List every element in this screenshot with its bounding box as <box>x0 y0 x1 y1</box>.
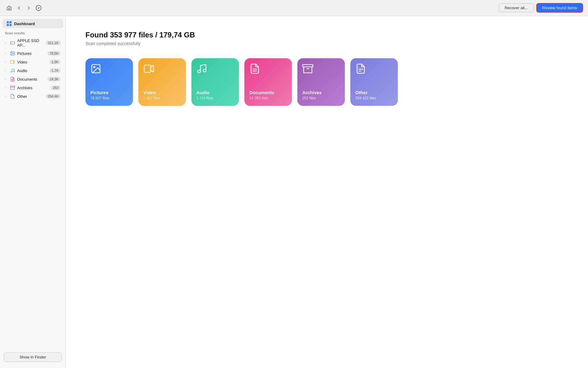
main-layout: Dashboard Scan results › APPLE SSD AP...… <box>0 16 588 368</box>
sidebar: Dashboard Scan results › APPLE SSD AP...… <box>0 16 66 368</box>
chevron-icon: › <box>5 41 8 44</box>
archives-icon <box>10 85 15 90</box>
sidebar-item-badge: 204,4K <box>46 94 61 98</box>
svg-rect-6 <box>10 60 13 64</box>
sidebar-item-badge: 252 <box>51 86 61 90</box>
svg-rect-12 <box>10 86 15 87</box>
svg-rect-22 <box>303 65 313 67</box>
sidebar-item-badge: 1,7K <box>49 68 61 73</box>
category-card-archives[interactable]: Archives 252 files <box>297 58 345 106</box>
audio-card-icon <box>196 63 207 74</box>
sidebar-item-apple-ssd[interactable]: › APPLE SSD AP... 311,1K <box>0 37 66 49</box>
documents-icon <box>10 76 15 82</box>
svg-point-8 <box>11 71 12 72</box>
page-subtitle: Scan completed successfully <box>85 41 568 46</box>
card-count: 1 714 files <box>196 96 234 100</box>
sidebar-item-audio[interactable]: › Audio 1,7K <box>0 66 66 75</box>
sidebar-item-badge: 1,9K <box>49 60 61 64</box>
check-icon <box>34 4 43 12</box>
card-label: Video <box>143 90 181 95</box>
sidebar-item-badge: 78,5K <box>47 51 61 56</box>
chevron-icon: › <box>5 60 8 63</box>
review-found-items-button[interactable]: Review found items <box>536 3 583 13</box>
sidebar-item-label: Audio <box>17 68 47 73</box>
sidebar-item-documents[interactable]: › Documents 24,3K <box>0 75 66 83</box>
svg-rect-16 <box>144 65 151 72</box>
svg-marker-7 <box>13 60 15 63</box>
svg-rect-1 <box>10 42 14 44</box>
card-label: Other <box>355 90 393 95</box>
sidebar-item-label: APPLE SSD AP... <box>17 38 44 48</box>
dashboard-icon <box>7 21 12 26</box>
card-label: Documents <box>249 90 287 95</box>
drive-icon <box>10 40 15 46</box>
card-label: Archives <box>302 90 340 95</box>
svg-point-18 <box>198 70 201 73</box>
scan-results-label: Scan results <box>0 31 66 35</box>
sidebar-item-badge: 24,3K <box>47 77 61 81</box>
card-count: 252 files <box>302 96 340 100</box>
chevron-icon: › <box>5 69 8 72</box>
card-count: 1 927 files <box>143 96 181 100</box>
pictures-card-icon <box>90 63 101 74</box>
pictures-icon <box>10 51 15 56</box>
main-content: Found 353 977 files / 179,74 GB Scan com… <box>66 16 588 368</box>
nav-icons <box>5 4 43 12</box>
category-card-audio[interactable]: Audio 1 714 files <box>191 58 239 106</box>
chevron-icon: › <box>5 86 8 89</box>
sidebar-item-archives[interactable]: › Archives 252 <box>0 83 66 92</box>
topbar: Recover all... Review found items <box>0 0 588 16</box>
svg-point-9 <box>13 71 14 72</box>
category-card-video[interactable]: Video 1 927 files <box>138 58 186 106</box>
svg-point-5 <box>12 52 12 53</box>
forward-button[interactable] <box>24 4 33 12</box>
sidebar-footer: Show in Finder <box>0 349 66 365</box>
video-icon <box>10 59 15 65</box>
archives-card-icon <box>302 63 313 74</box>
sidebar-item-label: Documents <box>17 77 46 82</box>
home-button[interactable] <box>5 4 13 12</box>
show-in-finder-button[interactable]: Show in Finder <box>4 352 62 362</box>
svg-point-19 <box>203 69 206 72</box>
sidebar-item-label: Other <box>17 94 44 99</box>
svg-marker-17 <box>151 66 153 72</box>
back-button[interactable] <box>15 4 23 12</box>
other-icon <box>10 94 15 99</box>
card-count: 204 422 files <box>355 96 393 100</box>
card-count: 78 507 files <box>90 96 128 100</box>
card-label: Pictures <box>90 90 128 95</box>
sidebar-item-label: Pictures <box>17 51 46 56</box>
card-label: Audio <box>196 90 234 95</box>
sidebar-item-other[interactable]: › Other 204,4K <box>0 92 66 101</box>
dashboard-button[interactable]: Dashboard <box>2 19 63 28</box>
video-card-icon <box>143 63 154 74</box>
category-card-other[interactable]: Other 204 422 files <box>350 58 398 106</box>
chevron-icon: › <box>5 78 8 81</box>
audio-icon <box>10 68 15 73</box>
sidebar-item-label: Video <box>17 60 47 64</box>
documents-card-icon <box>249 63 260 74</box>
category-cards-row: Pictures 78 507 files Video 1 927 files <box>85 58 568 106</box>
card-count: 24 263 files <box>249 96 287 100</box>
page-title: Found 353 977 files / 179,74 GB <box>85 31 568 39</box>
sidebar-item-pictures[interactable]: › Pictures 78,5K <box>0 49 66 58</box>
chevron-icon: › <box>5 52 8 55</box>
chevron-icon: › <box>5 95 8 98</box>
category-card-pictures[interactable]: Pictures 78 507 files <box>85 58 133 106</box>
svg-point-15 <box>94 67 95 68</box>
other-card-icon <box>355 63 366 74</box>
sidebar-item-video[interactable]: › Video 1,9K <box>0 58 66 66</box>
sidebar-item-label: Archives <box>17 86 49 90</box>
dashboard-label: Dashboard <box>14 21 35 26</box>
sidebar-item-badge: 311,1K <box>46 41 61 45</box>
recover-all-button[interactable]: Recover all... <box>499 3 534 12</box>
category-card-documents[interactable]: Documents 24 263 files <box>244 58 292 106</box>
